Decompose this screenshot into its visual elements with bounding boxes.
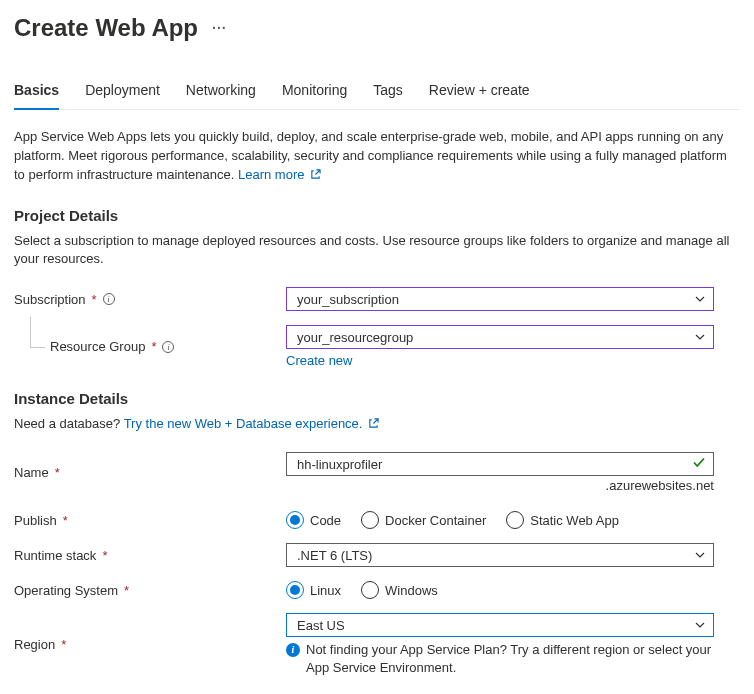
resource-group-value: your_resourcegroup bbox=[297, 330, 413, 345]
publish-label-text: Publish bbox=[14, 513, 57, 528]
project-details-desc: Select a subscription to manage deployed… bbox=[14, 232, 740, 270]
publish-option-docker[interactable]: Docker Container bbox=[361, 511, 486, 529]
web-database-link[interactable]: Try the new Web + Database experience. bbox=[124, 416, 379, 431]
publish-radio-group: Code Docker Container Static Web App bbox=[286, 511, 740, 529]
create-new-link[interactable]: Create new bbox=[286, 353, 352, 368]
tab-basics[interactable]: Basics bbox=[14, 82, 59, 110]
radio-icon bbox=[286, 511, 304, 529]
subscription-select[interactable]: your_subscription bbox=[286, 287, 714, 311]
region-value: East US bbox=[297, 618, 345, 633]
valid-check-icon bbox=[692, 456, 706, 473]
runtime-value: .NET 6 (LTS) bbox=[297, 548, 372, 563]
name-input[interactable]: hh-linuxprofiler bbox=[286, 452, 714, 476]
publish-docker-label: Docker Container bbox=[385, 513, 486, 528]
required-asterisk: * bbox=[63, 513, 68, 528]
os-option-linux[interactable]: Linux bbox=[286, 581, 341, 599]
radio-icon bbox=[361, 581, 379, 599]
resource-group-label-text: Resource Group bbox=[50, 339, 145, 354]
tab-review-create[interactable]: Review + create bbox=[429, 82, 530, 110]
project-details-heading: Project Details bbox=[14, 207, 740, 224]
os-linux-label: Linux bbox=[310, 583, 341, 598]
info-icon: i bbox=[286, 643, 300, 657]
publish-code-label: Code bbox=[310, 513, 341, 528]
runtime-select[interactable]: .NET 6 (LTS) bbox=[286, 543, 714, 567]
page-title: Create Web App ··· bbox=[14, 14, 740, 42]
region-label: Region * bbox=[14, 637, 286, 652]
required-asterisk: * bbox=[102, 548, 107, 563]
tab-tags[interactable]: Tags bbox=[373, 82, 403, 110]
resource-group-label: Resource Group * i bbox=[14, 339, 286, 354]
runtime-label-text: Runtime stack bbox=[14, 548, 96, 563]
name-label-text: Name bbox=[14, 465, 49, 480]
tab-bar: Basics Deployment Networking Monitoring … bbox=[14, 82, 740, 110]
required-asterisk: * bbox=[61, 637, 66, 652]
intro-body: App Service Web Apps lets you quickly bu… bbox=[14, 129, 727, 182]
tab-monitoring[interactable]: Monitoring bbox=[282, 82, 347, 110]
publish-option-code[interactable]: Code bbox=[286, 511, 341, 529]
name-suffix: .azurewebsites.net bbox=[286, 478, 714, 493]
required-asterisk: * bbox=[124, 583, 129, 598]
publish-static-label: Static Web App bbox=[530, 513, 619, 528]
required-asterisk: * bbox=[151, 339, 156, 354]
resource-group-select[interactable]: your_resourcegroup bbox=[286, 325, 714, 349]
web-database-link-label: Try the new Web + Database experience. bbox=[124, 416, 363, 431]
os-option-windows[interactable]: Windows bbox=[361, 581, 438, 599]
radio-icon bbox=[361, 511, 379, 529]
external-link-icon bbox=[368, 416, 379, 427]
os-label: Operating System * bbox=[14, 583, 286, 598]
subscription-label-text: Subscription bbox=[14, 292, 86, 307]
instance-db-prompt: Need a database? Try the new Web + Datab… bbox=[14, 415, 740, 434]
instance-details-heading: Instance Details bbox=[14, 390, 740, 407]
info-icon[interactable]: i bbox=[103, 293, 115, 305]
instance-db-text: Need a database? bbox=[14, 416, 124, 431]
radio-icon bbox=[506, 511, 524, 529]
more-menu-icon[interactable]: ··· bbox=[212, 20, 227, 36]
info-icon[interactable]: i bbox=[162, 341, 174, 353]
tab-networking[interactable]: Networking bbox=[186, 82, 256, 110]
name-label: Name * bbox=[14, 465, 286, 480]
region-label-text: Region bbox=[14, 637, 55, 652]
intro-text: App Service Web Apps lets you quickly bu… bbox=[14, 128, 740, 185]
region-hint-text: Not finding your App Service Plan? Try a… bbox=[306, 641, 714, 676]
runtime-label: Runtime stack * bbox=[14, 548, 286, 563]
radio-icon bbox=[286, 581, 304, 599]
os-label-text: Operating System bbox=[14, 583, 118, 598]
required-asterisk: * bbox=[55, 465, 60, 480]
publish-label: Publish * bbox=[14, 513, 286, 528]
region-hint: i Not finding your App Service Plan? Try… bbox=[286, 641, 714, 676]
page-title-text: Create Web App bbox=[14, 14, 198, 42]
name-value: hh-linuxprofiler bbox=[297, 457, 382, 472]
region-select[interactable]: East US bbox=[286, 613, 714, 637]
required-asterisk: * bbox=[92, 292, 97, 307]
learn-more-link[interactable]: Learn more bbox=[238, 167, 321, 182]
subscription-label: Subscription * i bbox=[14, 292, 286, 307]
tab-deployment[interactable]: Deployment bbox=[85, 82, 160, 110]
external-link-icon bbox=[310, 167, 321, 178]
publish-option-static[interactable]: Static Web App bbox=[506, 511, 619, 529]
learn-more-label: Learn more bbox=[238, 167, 304, 182]
subscription-value: your_subscription bbox=[297, 292, 399, 307]
os-windows-label: Windows bbox=[385, 583, 438, 598]
os-radio-group: Linux Windows bbox=[286, 581, 740, 599]
